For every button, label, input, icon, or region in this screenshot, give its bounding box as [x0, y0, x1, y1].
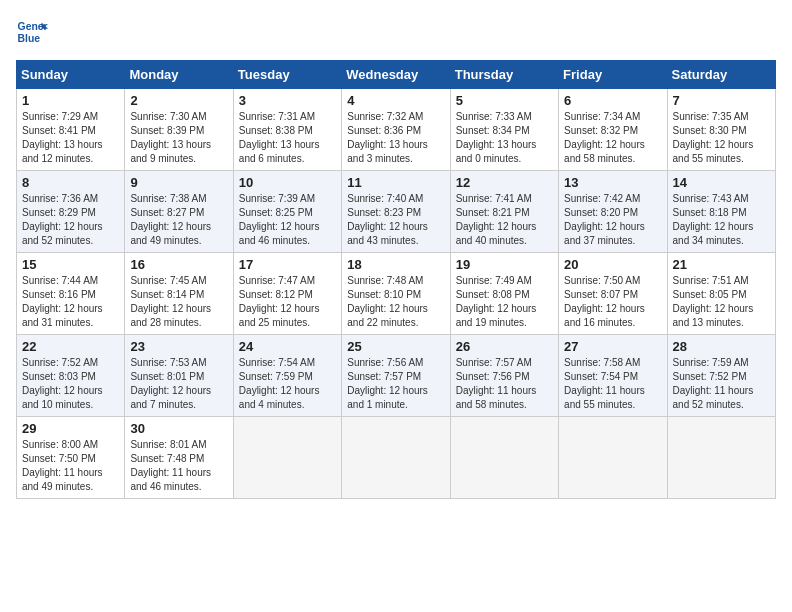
day-number: 5 [456, 93, 553, 108]
day-detail: Sunrise: 7:38 AM Sunset: 8:27 PM Dayligh… [130, 192, 227, 248]
day-cell: 18Sunrise: 7:48 AM Sunset: 8:10 PM Dayli… [342, 253, 450, 335]
day-cell [667, 417, 775, 499]
col-header-sunday: Sunday [17, 61, 125, 89]
day-cell: 21Sunrise: 7:51 AM Sunset: 8:05 PM Dayli… [667, 253, 775, 335]
day-cell: 30Sunrise: 8:01 AM Sunset: 7:48 PM Dayli… [125, 417, 233, 499]
day-number: 8 [22, 175, 119, 190]
day-cell: 7Sunrise: 7:35 AM Sunset: 8:30 PM Daylig… [667, 89, 775, 171]
day-cell: 28Sunrise: 7:59 AM Sunset: 7:52 PM Dayli… [667, 335, 775, 417]
day-detail: Sunrise: 7:47 AM Sunset: 8:12 PM Dayligh… [239, 274, 336, 330]
col-header-friday: Friday [559, 61, 667, 89]
day-detail: Sunrise: 7:56 AM Sunset: 7:57 PM Dayligh… [347, 356, 444, 412]
day-detail: Sunrise: 7:57 AM Sunset: 7:56 PM Dayligh… [456, 356, 553, 412]
day-detail: Sunrise: 7:59 AM Sunset: 7:52 PM Dayligh… [673, 356, 770, 412]
week-row-4: 22Sunrise: 7:52 AM Sunset: 8:03 PM Dayli… [17, 335, 776, 417]
day-number: 17 [239, 257, 336, 272]
day-cell: 17Sunrise: 7:47 AM Sunset: 8:12 PM Dayli… [233, 253, 341, 335]
day-number: 1 [22, 93, 119, 108]
day-number: 19 [456, 257, 553, 272]
day-detail: Sunrise: 7:54 AM Sunset: 7:59 PM Dayligh… [239, 356, 336, 412]
day-detail: Sunrise: 7:34 AM Sunset: 8:32 PM Dayligh… [564, 110, 661, 166]
col-header-saturday: Saturday [667, 61, 775, 89]
week-row-3: 15Sunrise: 7:44 AM Sunset: 8:16 PM Dayli… [17, 253, 776, 335]
day-detail: Sunrise: 7:40 AM Sunset: 8:23 PM Dayligh… [347, 192, 444, 248]
week-row-5: 29Sunrise: 8:00 AM Sunset: 7:50 PM Dayli… [17, 417, 776, 499]
day-detail: Sunrise: 7:52 AM Sunset: 8:03 PM Dayligh… [22, 356, 119, 412]
day-number: 4 [347, 93, 444, 108]
day-detail: Sunrise: 7:58 AM Sunset: 7:54 PM Dayligh… [564, 356, 661, 412]
day-cell: 29Sunrise: 8:00 AM Sunset: 7:50 PM Dayli… [17, 417, 125, 499]
day-cell: 9Sunrise: 7:38 AM Sunset: 8:27 PM Daylig… [125, 171, 233, 253]
day-detail: Sunrise: 7:51 AM Sunset: 8:05 PM Dayligh… [673, 274, 770, 330]
week-row-1: 1Sunrise: 7:29 AM Sunset: 8:41 PM Daylig… [17, 89, 776, 171]
col-header-monday: Monday [125, 61, 233, 89]
day-detail: Sunrise: 7:50 AM Sunset: 8:07 PM Dayligh… [564, 274, 661, 330]
day-detail: Sunrise: 8:01 AM Sunset: 7:48 PM Dayligh… [130, 438, 227, 494]
svg-text:Blue: Blue [18, 33, 41, 44]
day-cell: 11Sunrise: 7:40 AM Sunset: 8:23 PM Dayli… [342, 171, 450, 253]
day-detail: Sunrise: 7:42 AM Sunset: 8:20 PM Dayligh… [564, 192, 661, 248]
day-number: 29 [22, 421, 119, 436]
day-detail: Sunrise: 7:30 AM Sunset: 8:39 PM Dayligh… [130, 110, 227, 166]
day-cell [233, 417, 341, 499]
day-detail: Sunrise: 7:39 AM Sunset: 8:25 PM Dayligh… [239, 192, 336, 248]
day-number: 12 [456, 175, 553, 190]
day-number: 9 [130, 175, 227, 190]
day-number: 21 [673, 257, 770, 272]
day-cell: 3Sunrise: 7:31 AM Sunset: 8:38 PM Daylig… [233, 89, 341, 171]
day-cell: 27Sunrise: 7:58 AM Sunset: 7:54 PM Dayli… [559, 335, 667, 417]
day-number: 20 [564, 257, 661, 272]
calendar-table: SundayMondayTuesdayWednesdayThursdayFrid… [16, 60, 776, 499]
day-cell: 1Sunrise: 7:29 AM Sunset: 8:41 PM Daylig… [17, 89, 125, 171]
day-number: 11 [347, 175, 444, 190]
day-number: 3 [239, 93, 336, 108]
day-number: 22 [22, 339, 119, 354]
day-number: 24 [239, 339, 336, 354]
day-cell: 22Sunrise: 7:52 AM Sunset: 8:03 PM Dayli… [17, 335, 125, 417]
day-cell: 8Sunrise: 7:36 AM Sunset: 8:29 PM Daylig… [17, 171, 125, 253]
day-detail: Sunrise: 7:32 AM Sunset: 8:36 PM Dayligh… [347, 110, 444, 166]
day-detail: Sunrise: 7:36 AM Sunset: 8:29 PM Dayligh… [22, 192, 119, 248]
day-cell: 26Sunrise: 7:57 AM Sunset: 7:56 PM Dayli… [450, 335, 558, 417]
day-number: 15 [22, 257, 119, 272]
day-detail: Sunrise: 7:45 AM Sunset: 8:14 PM Dayligh… [130, 274, 227, 330]
day-cell [342, 417, 450, 499]
week-row-2: 8Sunrise: 7:36 AM Sunset: 8:29 PM Daylig… [17, 171, 776, 253]
day-cell: 25Sunrise: 7:56 AM Sunset: 7:57 PM Dayli… [342, 335, 450, 417]
day-cell: 20Sunrise: 7:50 AM Sunset: 8:07 PM Dayli… [559, 253, 667, 335]
day-detail: Sunrise: 7:49 AM Sunset: 8:08 PM Dayligh… [456, 274, 553, 330]
day-cell: 19Sunrise: 7:49 AM Sunset: 8:08 PM Dayli… [450, 253, 558, 335]
day-cell: 5Sunrise: 7:33 AM Sunset: 8:34 PM Daylig… [450, 89, 558, 171]
col-header-thursday: Thursday [450, 61, 558, 89]
day-cell [450, 417, 558, 499]
logo-icon: General Blue [16, 16, 48, 48]
day-detail: Sunrise: 7:44 AM Sunset: 8:16 PM Dayligh… [22, 274, 119, 330]
day-cell: 16Sunrise: 7:45 AM Sunset: 8:14 PM Dayli… [125, 253, 233, 335]
day-number: 16 [130, 257, 227, 272]
page-header: General Blue [16, 16, 776, 48]
day-number: 14 [673, 175, 770, 190]
day-cell [559, 417, 667, 499]
day-detail: Sunrise: 8:00 AM Sunset: 7:50 PM Dayligh… [22, 438, 119, 494]
day-number: 18 [347, 257, 444, 272]
day-detail: Sunrise: 7:35 AM Sunset: 8:30 PM Dayligh… [673, 110, 770, 166]
day-number: 10 [239, 175, 336, 190]
day-detail: Sunrise: 7:53 AM Sunset: 8:01 PM Dayligh… [130, 356, 227, 412]
day-detail: Sunrise: 7:43 AM Sunset: 8:18 PM Dayligh… [673, 192, 770, 248]
day-cell: 2Sunrise: 7:30 AM Sunset: 8:39 PM Daylig… [125, 89, 233, 171]
day-number: 13 [564, 175, 661, 190]
col-header-wednesday: Wednesday [342, 61, 450, 89]
day-number: 6 [564, 93, 661, 108]
day-number: 26 [456, 339, 553, 354]
day-number: 23 [130, 339, 227, 354]
day-detail: Sunrise: 7:48 AM Sunset: 8:10 PM Dayligh… [347, 274, 444, 330]
day-cell: 14Sunrise: 7:43 AM Sunset: 8:18 PM Dayli… [667, 171, 775, 253]
day-cell: 6Sunrise: 7:34 AM Sunset: 8:32 PM Daylig… [559, 89, 667, 171]
col-header-tuesday: Tuesday [233, 61, 341, 89]
day-cell: 13Sunrise: 7:42 AM Sunset: 8:20 PM Dayli… [559, 171, 667, 253]
day-detail: Sunrise: 7:33 AM Sunset: 8:34 PM Dayligh… [456, 110, 553, 166]
day-number: 27 [564, 339, 661, 354]
logo: General Blue [16, 16, 52, 48]
day-cell: 23Sunrise: 7:53 AM Sunset: 8:01 PM Dayli… [125, 335, 233, 417]
day-cell: 24Sunrise: 7:54 AM Sunset: 7:59 PM Dayli… [233, 335, 341, 417]
